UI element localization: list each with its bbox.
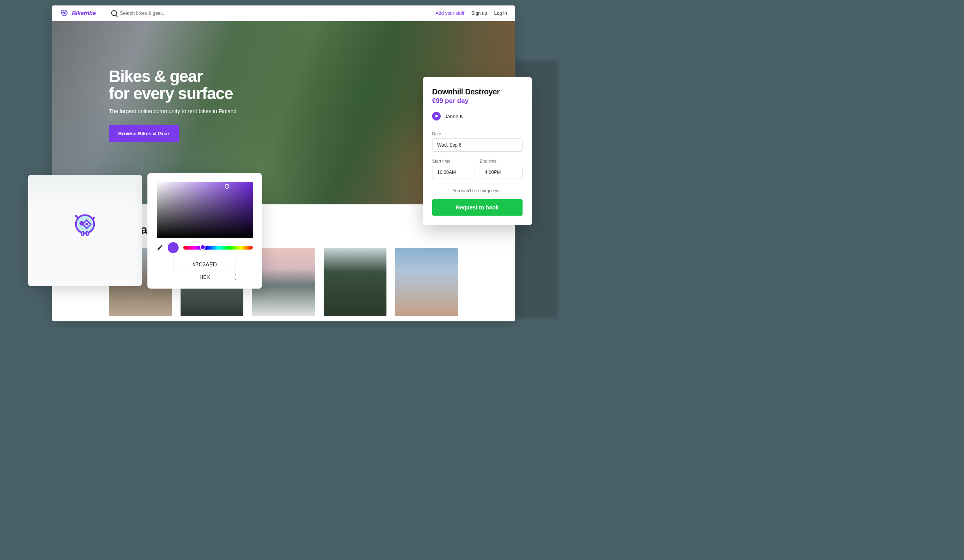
start-time-input[interactable] xyxy=(432,166,475,179)
log-in-link[interactable]: Log in xyxy=(494,11,507,16)
svg-point-7 xyxy=(85,223,88,225)
search-input[interactable] xyxy=(120,11,237,16)
color-format-label: HEX xyxy=(200,274,210,280)
svg-rect-8 xyxy=(82,232,84,236)
end-time-input[interactable] xyxy=(480,166,523,179)
skull-brand-icon xyxy=(72,212,98,238)
color-picker-card: HEX ⌃⌄ xyxy=(147,173,262,289)
svg-rect-9 xyxy=(86,232,88,236)
logo[interactable]: Biketribe xyxy=(60,5,103,21)
charge-note: You won't be charged yet. xyxy=(432,188,523,193)
hero-title: Bikes & gear for every surface xyxy=(109,68,515,102)
brand-preview-card xyxy=(28,175,142,286)
hue-slider[interactable] xyxy=(183,246,253,250)
browse-button[interactable]: Browse Bikes & Gear xyxy=(109,125,179,142)
format-toggle-icon[interactable]: ⌃⌄ xyxy=(234,275,237,279)
skull-logo-icon xyxy=(60,9,69,18)
format-row: HEX ⌃⌄ xyxy=(157,274,253,280)
eyedropper-icon[interactable] xyxy=(157,245,163,251)
logo-text: Biketribe xyxy=(72,10,96,16)
svg-line-10 xyxy=(76,216,78,218)
header-actions: + Add your stuff Sign up Log in xyxy=(432,11,507,16)
search-area[interactable] xyxy=(111,10,424,16)
add-stuff-link[interactable]: + Add your stuff xyxy=(432,11,464,16)
sign-up-link[interactable]: Sign up xyxy=(471,11,487,16)
search-icon xyxy=(111,10,117,16)
color-preview-swatch xyxy=(168,242,179,253)
location-card[interactable] xyxy=(324,248,387,316)
hero-subtitle: The largest online community to rent bik… xyxy=(109,108,515,114)
hue-slider-thumb[interactable] xyxy=(200,245,206,250)
svg-point-1 xyxy=(62,12,64,13)
svg-line-4 xyxy=(62,10,62,11)
request-book-button[interactable]: Request to book xyxy=(432,199,523,216)
svg-line-11 xyxy=(92,218,94,219)
svg-rect-2 xyxy=(63,15,64,16)
start-time-label: Start time xyxy=(432,159,475,163)
color-saturation-field[interactable] xyxy=(157,182,253,238)
header-bar: Biketribe + Add your stuff Sign up Log i… xyxy=(52,5,515,21)
svg-rect-3 xyxy=(65,15,66,16)
color-field-cursor[interactable] xyxy=(225,184,229,189)
hex-input[interactable] xyxy=(174,258,236,271)
end-time-label: End time xyxy=(480,159,523,163)
hue-row xyxy=(157,242,253,253)
location-card[interactable] xyxy=(395,248,458,316)
